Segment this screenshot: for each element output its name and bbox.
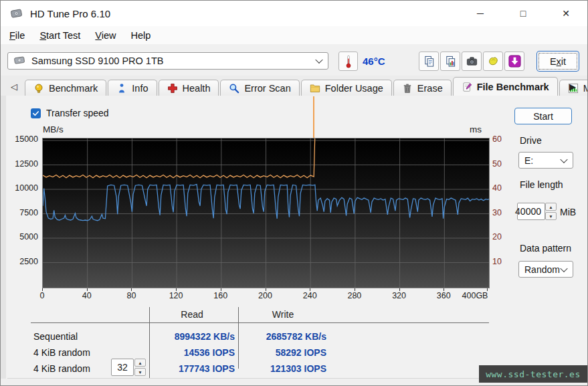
- x-axis-tickmark: [355, 288, 355, 291]
- folder-icon: [310, 83, 320, 94]
- chevron-down-icon: [560, 155, 567, 163]
- x-axis-tickmark: [399, 288, 400, 291]
- x-axis-tick: 80: [112, 291, 150, 300]
- tab-health[interactable]: Health: [159, 80, 219, 96]
- menu-start-test[interactable]: Start Test: [32, 28, 88, 43]
- right-axis-tick: 60: [492, 134, 519, 144]
- right-axis-tick: 30: [492, 208, 519, 217]
- data-pattern-label: Data pattern: [520, 243, 571, 254]
- tab-scroll-left[interactable]: ◁: [7, 80, 21, 93]
- temperature-value: 46°C: [363, 56, 385, 67]
- drive-selector[interactable]: Samsung SSD 9100 PRO 1TB: [7, 52, 328, 70]
- exit-button[interactable]: Exit: [536, 51, 579, 72]
- x-axis-tickmark: [42, 288, 43, 291]
- hd-tune-window: HD Tune Pro 6.10 ─ □ ✕ FileStart TestVie…: [0, 0, 588, 386]
- x-axis-tick: 200: [247, 291, 284, 300]
- spin-up-icon[interactable]: ▲: [545, 203, 557, 211]
- error-scan-icon: [229, 83, 239, 94]
- x-axis-tick: 120: [157, 291, 195, 300]
- position-marker-overflow: [313, 96, 314, 138]
- chevron-down-icon: [560, 264, 567, 272]
- tab-file-benchmark[interactable]: File Benchmark: [453, 77, 558, 96]
- transfer-speed-checkbox[interactable]: [31, 108, 41, 118]
- tab-erase[interactable]: Erase: [393, 80, 452, 96]
- queue-depth-input[interactable]: 32: [111, 359, 134, 376]
- x-axis-tick: 40: [68, 291, 106, 300]
- menu-bar: FileStart TestViewHelp: [1, 26, 587, 44]
- minimize-button[interactable]: ─: [459, 1, 502, 26]
- temperature-button[interactable]: [338, 52, 358, 71]
- read-value: 14536 IOPS: [149, 347, 235, 358]
- x-axis-tickmark: [310, 288, 310, 291]
- save-button[interactable]: [483, 52, 503, 71]
- transfer-speed-label: Transfer speed: [46, 108, 109, 118]
- x-axis-tickmark: [221, 288, 221, 291]
- tab-label: Erase: [417, 83, 443, 94]
- app-disk-icon: [10, 8, 23, 19]
- thermometer-icon: [344, 54, 353, 69]
- row-label: 4 KiB random: [33, 363, 90, 374]
- benchmark-chart: [42, 138, 490, 288]
- copy-text-icon: [423, 55, 435, 68]
- left-axis-unit: MB/s: [43, 124, 64, 134]
- table-row: Sequential8994322 KB/s2685782 KB/s: [31, 331, 492, 345]
- chevron-down-icon: [315, 56, 322, 64]
- drive-label: Drive: [520, 135, 542, 146]
- capture-button[interactable]: [504, 52, 524, 71]
- drive-disk-icon: [13, 56, 26, 67]
- spin-down-icon[interactable]: ▼: [134, 368, 146, 376]
- x-axis-tick: 240: [291, 291, 328, 300]
- erase-icon: [402, 83, 413, 94]
- left-axis-tick: 12500: [10, 159, 38, 169]
- window-title: HD Tune Pro 6.10: [30, 8, 110, 19]
- data-pattern-combo[interactable]: Random: [518, 261, 573, 278]
- camera-icon: [466, 55, 478, 68]
- file-length-input[interactable]: 40000: [517, 203, 545, 220]
- x-axis-tickmark: [87, 288, 88, 291]
- tab-scroll-right[interactable]: ▶: [566, 80, 579, 93]
- purple-download-icon: [508, 55, 521, 68]
- health-icon: [167, 83, 178, 94]
- table-row: 4 KiB random14536 IOPS58292 IOPS: [31, 347, 492, 361]
- right-axis-tick: 50: [492, 159, 519, 169]
- drive-combo[interactable]: E:: [518, 152, 573, 169]
- spin-down-icon[interactable]: ▼: [545, 212, 557, 220]
- drive-combo-value: E:: [524, 155, 533, 166]
- tab-folder-usage[interactable]: Folder Usage: [301, 80, 392, 96]
- x-axis-tickmark: [176, 288, 177, 291]
- write-column-header: Write: [239, 309, 326, 320]
- drive-selector-value: Samsung SSD 9100 PRO 1TB: [31, 56, 163, 66]
- left-axis-tick: 10000: [10, 183, 38, 193]
- spin-up-icon[interactable]: ▲: [134, 359, 146, 367]
- tab-error-scan[interactable]: Error Scan: [220, 80, 299, 96]
- transfer-speed-option: Transfer speed: [31, 108, 109, 118]
- tab-info[interactable]: Info: [108, 80, 157, 96]
- copy-image-button[interactable]: [440, 52, 460, 71]
- menu-help[interactable]: Help: [124, 28, 159, 43]
- yellow-hand-icon: [487, 55, 500, 68]
- copy-text-button[interactable]: [419, 52, 439, 71]
- file-length-spinner: ▲ ▼: [545, 203, 557, 220]
- tab-benchmark[interactable]: Benchmark: [25, 80, 106, 96]
- x-axis-tickmark: [444, 288, 444, 291]
- screenshot-button[interactable]: [462, 52, 482, 71]
- read-column-header: Read: [149, 309, 235, 320]
- tab-label: Folder Usage: [325, 83, 383, 94]
- tab-label: Info: [132, 83, 148, 94]
- start-button[interactable]: Start: [514, 108, 572, 124]
- menu-file[interactable]: File: [2, 28, 32, 43]
- benchmark-icon: [33, 83, 44, 94]
- tab-label: Health: [183, 83, 211, 94]
- info-icon: [116, 83, 127, 94]
- maximize-button[interactable]: □: [502, 1, 545, 26]
- menu-view[interactable]: View: [88, 28, 123, 43]
- right-axis-tick: 20: [492, 232, 519, 242]
- file-length-unit: MiB: [560, 207, 576, 217]
- copy-image-icon: [444, 55, 457, 68]
- queue-depth-spinner: ▲▼: [134, 359, 146, 376]
- tab-label: Error Scan: [244, 83, 290, 94]
- write-value: 121303 IOPS: [239, 363, 326, 374]
- toolbar: Samsung SSD 9100 PRO 1TB 46°C: [1, 44, 587, 76]
- close-button[interactable]: ✕: [545, 1, 587, 26]
- file-benchmark-icon: [462, 82, 472, 92]
